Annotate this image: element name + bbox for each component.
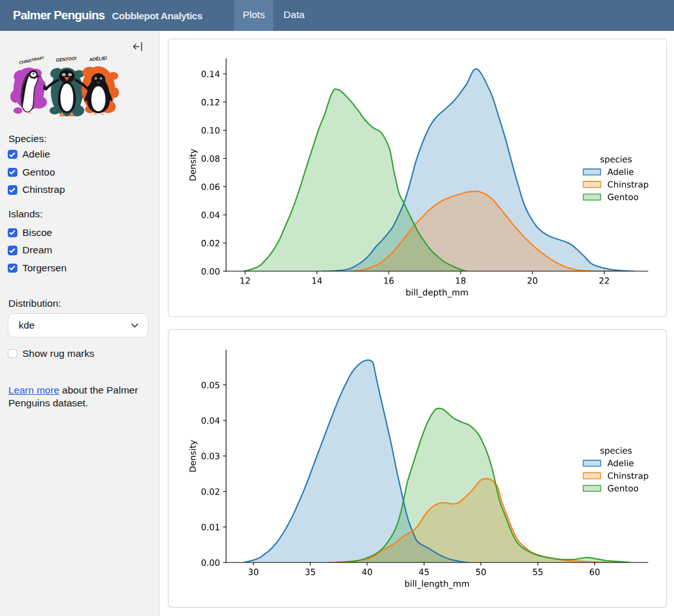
svg-text:ADĒLIE!: ADĒLIE! (88, 56, 107, 62)
svg-text:CHINSTRAP!: CHINSTRAP! (19, 55, 45, 65)
svg-text:GENTOO!: GENTOO! (55, 56, 77, 62)
